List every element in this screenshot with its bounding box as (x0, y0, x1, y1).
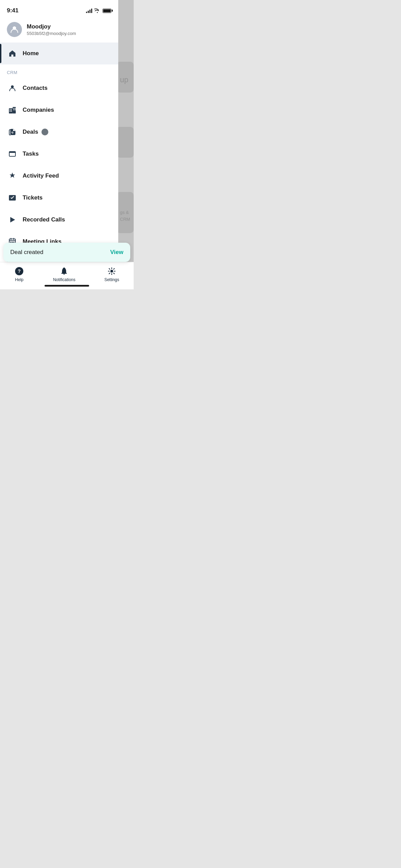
avatar (7, 22, 22, 37)
deal-created-toast[interactable]: Deal created View (3, 243, 130, 262)
svg-rect-2 (9, 108, 13, 113)
status-icons (86, 8, 111, 13)
deals-label: Deals (23, 129, 38, 135)
svg-marker-14 (10, 217, 15, 222)
sidebar-item-companies[interactable]: Companies (0, 99, 118, 121)
sidebar-item-tickets[interactable]: Tickets (0, 187, 118, 209)
tab-notifications[interactable]: Notifications (53, 266, 75, 282)
svg-rect-7 (11, 111, 12, 112)
tickets-label: Tickets (23, 194, 42, 201)
wifi-icon (94, 8, 100, 13)
sidebar-item-deals[interactable]: Deals (0, 121, 118, 143)
status-time: 9:41 (7, 7, 19, 14)
tickets-icon (7, 192, 18, 203)
active-indicator (0, 44, 1, 63)
recorded-calls-label: Recorded Calls (23, 216, 65, 223)
sidebar-status-bar: 9:41 (0, 0, 118, 16)
signal-icon (86, 8, 92, 13)
sidebar-item-contacts[interactable]: Contacts (0, 77, 118, 99)
sidebar-item-tasks[interactable]: Tasks (0, 143, 118, 165)
deals-icon (7, 126, 18, 137)
toast-message: Deal created (10, 249, 43, 256)
tasks-label: Tasks (23, 150, 39, 157)
user-name: Moodjoy (27, 23, 76, 30)
home-indicator (45, 285, 89, 287)
svg-rect-6 (10, 111, 11, 112)
sidebar-item-home[interactable]: Home (0, 43, 118, 64)
companies-icon (7, 105, 18, 116)
user-info: Moodjoy 5503b5f2@moodjoy.com (27, 23, 76, 36)
svg-rect-9 (15, 108, 16, 109)
recorded-calls-icon (7, 214, 18, 225)
svg-rect-27 (61, 273, 67, 274)
svg-rect-13 (9, 152, 15, 153)
contacts-label: Contacts (23, 85, 48, 92)
tab-settings-label: Settings (104, 277, 119, 282)
bell-icon (59, 266, 69, 276)
toast-view-button[interactable]: View (110, 249, 123, 256)
svg-rect-8 (13, 108, 14, 109)
tab-settings[interactable]: Settings (104, 266, 119, 282)
tasks-icon (7, 148, 18, 159)
sidebar-item-recorded-calls[interactable]: Recorded Calls (0, 209, 118, 231)
user-profile[interactable]: Moodjoy 5503b5f2@moodjoy.com (0, 16, 118, 43)
contacts-icon (7, 83, 18, 94)
svg-point-28 (110, 270, 113, 273)
svg-point-1 (11, 85, 14, 88)
home-icon (7, 48, 18, 59)
battery-icon (102, 9, 111, 13)
svg-text:?: ? (18, 268, 21, 274)
svg-rect-11 (15, 109, 16, 110)
activity-feed-label: Activity Feed (23, 172, 59, 179)
user-email: 5503b5f2@moodjoy.com (27, 31, 76, 36)
companies-label: Companies (23, 107, 54, 113)
svg-rect-4 (10, 109, 11, 110)
gear-icon (107, 266, 117, 276)
deals-badge (41, 129, 48, 135)
tab-notifications-label: Notifications (53, 277, 75, 282)
svg-rect-5 (11, 109, 12, 110)
svg-rect-10 (13, 109, 14, 110)
crm-section-label: CRM (0, 64, 118, 77)
tab-help-label: Help (15, 277, 24, 282)
activity-feed-icon (7, 170, 18, 181)
avatar-icon (10, 25, 19, 34)
home-label: Home (23, 50, 39, 57)
help-icon: ? (14, 266, 24, 276)
sidebar-item-activity-feed[interactable]: Activity Feed (0, 165, 118, 187)
tab-help[interactable]: ? Help (14, 266, 24, 282)
